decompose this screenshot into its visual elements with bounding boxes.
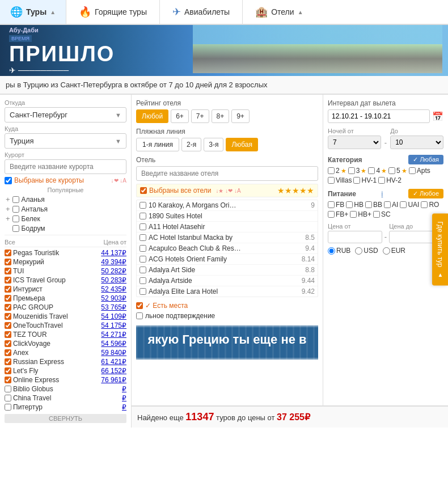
resort-plus-3[interactable]: +	[6, 214, 10, 223]
resort-check-1[interactable]	[12, 196, 19, 203]
op-check-lets[interactable]	[5, 367, 11, 374]
rating-btn-any[interactable]: Любой	[136, 109, 168, 123]
op-price-inturist[interactable]: 52 435₽	[101, 285, 126, 293]
resort-antalya[interactable]: + Анталья	[5, 205, 126, 213]
meal-cb-fb[interactable]	[328, 201, 335, 208]
meal-any-btn[interactable]: ✓ Любое	[408, 189, 443, 198]
op-price-pac[interactable]: 53 765₽	[101, 303, 126, 311]
beach-btn-3[interactable]: 3-я	[204, 138, 223, 151]
op-check-china[interactable]	[5, 395, 11, 401]
resort-bodrum[interactable]: + Бодрум	[5, 224, 126, 232]
hotel-all-checkbox[interactable]	[140, 187, 147, 194]
nav-item-tours[interactable]: 🌐 Туры ▲	[0, 0, 66, 24]
beach-btn-2[interactable]: 2-я	[181, 138, 201, 151]
op-price-piter[interactable]: ₽	[122, 403, 126, 411]
resort-plus-1[interactable]: +	[6, 195, 10, 204]
resort-plus-2[interactable]: +	[6, 205, 10, 213]
op-price-mouzenidis[interactable]: 54 109₽	[101, 312, 126, 320]
cat-cb-hv1[interactable]	[353, 177, 360, 184]
op-check-online[interactable]	[5, 377, 11, 383]
op-check-ics[interactable]	[5, 277, 11, 284]
hotel-cb-3[interactable]	[140, 223, 146, 230]
op-price-tez[interactable]: 54 271₽	[101, 331, 126, 339]
meal-fb[interactable]: FB	[328, 201, 344, 209]
cat-5star[interactable]: 5★	[388, 167, 407, 175]
hotel-item-6[interactable]: ACG Hotels Orient Family 8.14	[137, 254, 318, 265]
meal-sc[interactable]: SC	[373, 210, 391, 218]
op-price-lets[interactable]: 66 152₽	[101, 367, 126, 375]
op-price-merkury[interactable]: 49 394₽	[101, 258, 126, 266]
hotel-cb-5[interactable]	[140, 245, 146, 252]
currency-usd[interactable]: USD	[355, 247, 378, 255]
cat-cb-2[interactable]	[328, 167, 335, 174]
meal-cb-ro[interactable]	[421, 201, 428, 208]
op-price-click[interactable]: 54 596₽	[101, 340, 126, 348]
op-check-premiera[interactable]	[5, 295, 11, 302]
meal-cb-sc[interactable]	[373, 211, 380, 218]
hotel-cb-8[interactable]	[140, 277, 146, 284]
meal-bb[interactable]: BB	[365, 201, 382, 209]
calendar-icon[interactable]: 📅	[432, 111, 443, 122]
cat-cb-3[interactable]	[348, 167, 355, 174]
hotel-cb-4[interactable]	[140, 234, 146, 241]
cat-villas[interactable]: Villas	[328, 176, 352, 184]
resort-check-3[interactable]	[12, 215, 19, 222]
select-all-checkbox[interactable]	[5, 177, 12, 184]
places-checkbox[interactable]	[136, 302, 143, 309]
hotel-cb-6[interactable]	[140, 256, 146, 263]
hotel-item-4[interactable]: AC Hotel Istanbul Macka by 8.5	[137, 232, 318, 243]
side-buy-button[interactable]: Где купить тур ▲	[432, 214, 448, 286]
hotel-cb-1[interactable]	[140, 202, 146, 209]
op-check-inturist[interactable]	[5, 286, 11, 293]
nights-from-select[interactable]: 7	[328, 136, 381, 149]
hotel-search-input[interactable]	[136, 166, 318, 181]
op-price-tui[interactable]: 50 282₽	[101, 267, 126, 275]
meal-cb-hb[interactable]	[346, 201, 353, 208]
meal-ai[interactable]: AI	[384, 201, 398, 209]
op-price-premiera[interactable]: 52 903₽	[101, 294, 126, 302]
op-price-onetouch[interactable]: 54 175₽	[101, 322, 126, 329]
meal-hbplus[interactable]: HB+	[350, 210, 371, 218]
beach-btn-any[interactable]: Любая	[226, 138, 258, 151]
nav-item-flights[interactable]: ✈ Авиабилеты	[160, 0, 243, 24]
meal-cb-hbplus[interactable]	[350, 211, 357, 218]
scroll-hint[interactable]: СВЕРНУТЬ	[5, 414, 126, 423]
resort-input[interactable]	[5, 159, 126, 174]
meal-cb-fbplus[interactable]	[328, 211, 335, 218]
nav-item-hot[interactable]: 🔥 Горящие туры	[66, 0, 160, 24]
op-price-biblio[interactable]: ₽	[122, 385, 126, 393]
hotel-item-7[interactable]: Adalya Art Side 8.8	[137, 265, 318, 276]
op-check-tui[interactable]	[5, 268, 11, 274]
currency-eur[interactable]: EUR	[383, 247, 405, 255]
hotel-item-5[interactable]: Acapulco Beach Club & Res… 9.4	[137, 243, 318, 254]
cat-cb-villas[interactable]	[328, 177, 335, 184]
meal-hb[interactable]: HB	[346, 201, 364, 209]
date-input[interactable]	[328, 109, 430, 123]
currency-rub-radio[interactable]	[328, 247, 335, 255]
resort-check-4[interactable]	[12, 225, 19, 232]
hotel-item-1[interactable]: 10 Karakoy, A Morgans Ori… 9	[137, 200, 318, 211]
hotel-item-2[interactable]: 1890 Suites Hotel	[137, 211, 318, 222]
rating-btn-6[interactable]: 6+	[171, 109, 189, 123]
op-check-biblio[interactable]	[5, 386, 11, 392]
hotel-item-9[interactable]: Adalya Elite Lara Hotel 9.42	[137, 286, 318, 297]
resort-alanya[interactable]: + Аланья	[5, 195, 126, 204]
resort-check-2[interactable]	[12, 206, 19, 213]
cat-hv1[interactable]: HV-1	[353, 176, 377, 184]
price-from-input[interactable]	[328, 231, 382, 243]
currency-eur-radio[interactable]	[383, 247, 390, 255]
op-check-merkury[interactable]	[5, 259, 11, 265]
meal-cb-uai[interactable]	[400, 201, 407, 208]
rating-btn-9[interactable]: 9+	[231, 109, 250, 123]
op-check-tez[interactable]	[5, 331, 11, 338]
cat-apts[interactable]: Apts	[409, 167, 430, 175]
hotel-cb-9[interactable]	[140, 288, 146, 295]
from-select[interactable]: Санкт-Петербург ▼	[5, 107, 126, 122]
cat-cb-4[interactable]	[368, 167, 375, 174]
currency-usd-radio[interactable]	[355, 247, 362, 255]
confirm-checkbox[interactable]	[136, 312, 143, 319]
op-price-pegas[interactable]: 44 137₽	[101, 249, 126, 257]
select-all-resorts[interactable]: Выбраны все курорты ↓❤ ↓А	[5, 176, 126, 184]
cat-2star[interactable]: 2★	[328, 167, 346, 175]
op-check-piter[interactable]	[5, 404, 11, 411]
